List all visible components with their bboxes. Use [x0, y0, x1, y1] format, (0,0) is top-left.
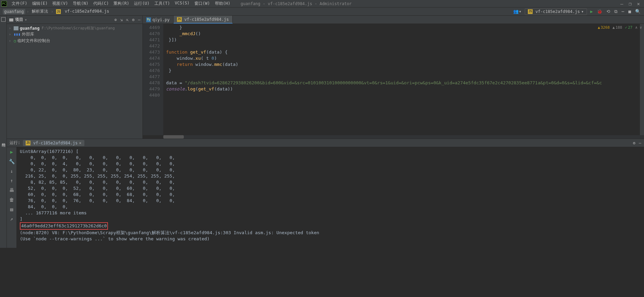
left-tool-rail [0, 16, 7, 139]
trash-icon[interactable]: 🗑 [9, 197, 14, 202]
editor-area: Py qiyi.py JS vf-c185e2afd984.js ▲ 3268 … [143, 16, 644, 139]
wrench-icon[interactable]: 🔧 [9, 159, 15, 164]
crumb-folder[interactable]: 解析算法 [30, 8, 50, 15]
project-tree: › guanfang F:\PythonDome\Scrapy框架\guanfa… [7, 24, 142, 139]
run-tab-label: vf-c185e2afd984.js [33, 141, 78, 145]
tree-ext-libs[interactable]: › ▮▮▮ 外部库 [7, 31, 142, 38]
run-button[interactable]: ▶ [590, 9, 594, 14]
window-title: guanfang - vf-c185e2afd984.js - Administ… [241, 1, 352, 6]
run-config-label: vf-c185e2afd984.js [535, 9, 580, 14]
tab-label: qiyi.py [152, 17, 170, 22]
chevron-right-icon: › [9, 26, 14, 30]
chevron-down-icon[interactable]: ▾ [25, 17, 27, 22]
console-output[interactable]: Uint8Array(16777216) [ 0, 0, 0, 0, 0, 0,… [16, 147, 644, 248]
chevron-right-icon: › [9, 32, 14, 36]
menu-view[interactable]: 视图(V) [50, 0, 70, 7]
svg-rect-1 [9, 18, 13, 22]
tab-vf-js[interactable]: JS vf-c185e2afd984.js [174, 16, 233, 24]
menu-tools[interactable]: 工具(T) [152, 0, 172, 7]
tree-root[interactable]: › guanfang F:\PythonDome\Scrapy框架\guanfa… [7, 25, 142, 31]
run-panel-label: 运行: [10, 140, 20, 146]
svg-rect-2 [14, 26, 18, 30]
menu-code[interactable]: 代码(C) [91, 0, 111, 7]
chevron-right-icon: › [51, 9, 53, 14]
crumb-root[interactable]: guanfang [3, 9, 25, 14]
js-file-icon: JS [56, 9, 61, 14]
down-icon[interactable]: ↓ [10, 168, 13, 174]
highlighted-hash: 46a0f9edd23eff63c1291273b262d6c0 [20, 222, 108, 230]
crumb-file[interactable]: JS vf-c185e2afd984.js [55, 9, 110, 15]
titlebar: PC 文件(F) 编辑(E) 视图(V) 导航(N) 代码(C) 重构(R) 运… [0, 0, 644, 8]
collapse-all-icon[interactable]: ⇱ [126, 17, 128, 22]
chevron-down-icon: ▾ [581, 9, 584, 14]
close-tab-icon[interactable]: × [79, 141, 81, 145]
tree-root-name: guanfang [20, 26, 40, 31]
inspection-badges[interactable]: ▲ 3268 ▲ 188 ✓ 27 ∧ ∨ [598, 25, 642, 30]
gutter: 4469447044714472447344744475447644774478… [143, 24, 163, 135]
editor-scrollbar[interactable] [640, 24, 644, 135]
code-content[interactable]: } _mmcdJ() }]) function get_vf(data) { w… [163, 24, 640, 135]
project-panel-header: 项目 ▾ ⊕ ⇲ ⇱ ⚙ — [7, 16, 142, 24]
python-file-icon: Py [146, 17, 151, 22]
expand-all-icon[interactable]: ⇲ [120, 17, 123, 22]
breadcrumb: guanfang › 解析算法 › JS vf-c185e2afd984.js [3, 8, 111, 15]
tab-qiyi[interactable]: Py qiyi.py [143, 16, 174, 24]
project-panel-title: 项目 [15, 17, 23, 23]
pycharm-logo-icon: PC [1, 1, 7, 6]
minimize-button[interactable]: — [620, 1, 623, 6]
settings-icon[interactable]: ⚙ [132, 17, 135, 22]
run-tab[interactable]: JS vf-c185e2afd984.js × [23, 140, 84, 146]
users-icon[interactable]: 👥▾ [512, 9, 522, 14]
tree-scratches[interactable]: › ◷ 临时文件和控制台 [7, 38, 142, 44]
coverage-button[interactable]: ⟲ [606, 9, 611, 14]
menu-edit[interactable]: 编辑(E) [30, 0, 50, 7]
crumb-file-label: vf-c185e2afd984.js [65, 9, 109, 14]
chevron-right-icon: › [9, 39, 14, 43]
js-file-icon: JS [26, 141, 30, 145]
maximize-button[interactable]: ❐ [629, 1, 631, 6]
navbar: guanfang › 解析算法 › JS vf-c185e2afd984.js … [0, 8, 644, 16]
profile-button[interactable]: ⧉ [614, 9, 618, 14]
filter-icon[interactable]: ▤ [10, 207, 13, 212]
svg-rect-0 [1, 17, 5, 22]
locate-icon[interactable]: ⊕ [114, 17, 117, 22]
tree-scratches-label: 临时文件和控制台 [17, 38, 50, 44]
run-panel-header: 运行: JS vf-c185e2afd984.js × ⚙ — [7, 139, 644, 147]
close-button[interactable]: ✕ [637, 1, 640, 6]
menu-window[interactable]: 窗口(W) [192, 0, 212, 7]
editor-tabs: Py qiyi.py JS vf-c185e2afd984.js [143, 16, 644, 24]
menu-help[interactable]: 帮助(H) [213, 0, 233, 7]
project-tool-icon[interactable] [1, 17, 6, 22]
stop-button[interactable]: ■ [628, 9, 632, 14]
weak-warning-badge[interactable]: ▲ 188 [613, 25, 622, 30]
chevron-right-icon: › [27, 9, 29, 14]
editor-body[interactable]: ▲ 3268 ▲ 188 ✓ 27 ∧ ∨ 446944704471447244… [143, 24, 644, 135]
hide-panel-icon[interactable]: — [138, 17, 140, 22]
project-icon [9, 17, 14, 22]
tree-root-path: F:\PythonDome\Scrapy框架\guanfang [42, 26, 115, 31]
js-file-icon: JS [528, 9, 533, 14]
js-file-icon: JS [177, 17, 182, 22]
structure-tool-tab[interactable]: 结构 [0, 139, 7, 248]
menu-navigate[interactable]: 导航(N) [71, 0, 91, 7]
tab-label: vf-c185e2afd984.js [184, 17, 229, 22]
print-icon[interactable]: 🖶 [9, 187, 14, 193]
attach-button[interactable]: ⋯ [621, 9, 625, 14]
run-settings-icon[interactable]: ⚙ [633, 141, 635, 145]
scratch-icon: ◷ [14, 39, 16, 43]
menu-file[interactable]: 文件(F) [10, 0, 29, 7]
menu-refactor[interactable]: 重构(R) [111, 0, 131, 7]
warning-badge[interactable]: ▲ 3268 [598, 25, 610, 30]
run-config-select[interactable]: JS vf-c185e2afd984.js ▾ [525, 8, 587, 15]
search-everywhere-button[interactable]: 🔍 [634, 9, 641, 14]
debug-button[interactable]: 🐞 [596, 9, 603, 14]
up-icon[interactable]: ↑ [10, 178, 13, 183]
scroll-icon[interactable]: ↗ [10, 216, 13, 222]
menu-vcs[interactable]: VCS(S) [173, 0, 192, 7]
menubar: 文件(F) 编辑(E) 视图(V) 导航(N) 代码(C) 重构(R) 运行(U… [10, 0, 232, 7]
editor-h-scrollbar[interactable] [163, 135, 644, 139]
menu-run[interactable]: 运行(U) [132, 0, 152, 7]
rerun-icon[interactable]: ▶ [10, 149, 14, 155]
hide-panel-icon[interactable]: — [639, 141, 641, 145]
typo-badge[interactable]: ✓ 27 [625, 25, 632, 30]
